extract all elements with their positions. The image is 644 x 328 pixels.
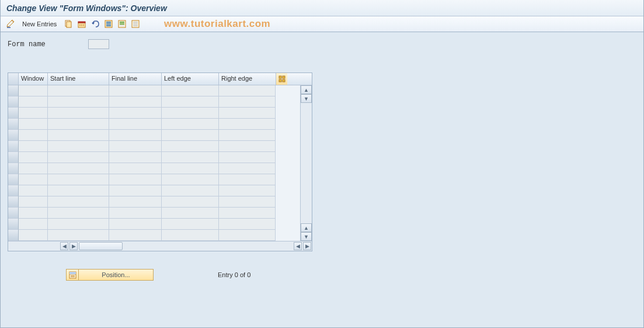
column-header-left-edge[interactable]: Left edge xyxy=(162,73,219,85)
cell-right-edge[interactable] xyxy=(219,219,276,230)
deselect-all-icon[interactable] xyxy=(130,19,141,29)
scroll-up-button-2[interactable]: ▼ xyxy=(301,94,312,103)
cell-start-line[interactable] xyxy=(48,163,109,174)
cell-left-edge[interactable] xyxy=(162,230,219,241)
cell-window[interactable] xyxy=(19,208,48,219)
cell-final-line[interactable] xyxy=(109,196,162,208)
cell-right-edge[interactable] xyxy=(219,174,276,185)
cell-start-line[interactable] xyxy=(48,130,109,141)
cell-start-line[interactable] xyxy=(48,230,109,241)
position-button[interactable]: Position... xyxy=(66,269,154,281)
cell-right-edge[interactable] xyxy=(219,141,276,152)
cell-final-line[interactable] xyxy=(109,130,162,141)
cell-final-line[interactable] xyxy=(109,152,162,163)
scroll-up-button[interactable]: ▲ xyxy=(301,85,312,94)
cell-left-edge[interactable] xyxy=(162,196,219,208)
cell-start-line[interactable] xyxy=(48,196,109,208)
select-all-icon[interactable] xyxy=(103,19,114,29)
cell-left-edge[interactable] xyxy=(162,119,219,130)
cell-right-edge[interactable] xyxy=(219,185,276,196)
cell-left-edge[interactable] xyxy=(162,96,219,108)
delete-icon[interactable] xyxy=(76,19,87,29)
form-name-input[interactable] xyxy=(88,39,109,49)
cell-start-line[interactable] xyxy=(48,85,109,96)
column-header-right-edge[interactable]: Right edge xyxy=(219,73,276,85)
column-selector[interactable] xyxy=(8,73,19,85)
row-selector[interactable] xyxy=(8,185,19,196)
scroll-left-button-2[interactable]: ▶ xyxy=(69,242,78,250)
cell-start-line[interactable] xyxy=(48,219,109,230)
cell-window[interactable] xyxy=(19,96,48,108)
toggle-display-change-icon[interactable] xyxy=(5,19,16,29)
scroll-thumb[interactable] xyxy=(79,242,123,250)
row-selector[interactable] xyxy=(8,230,19,241)
cell-final-line[interactable] xyxy=(109,219,162,230)
cell-start-line[interactable] xyxy=(48,119,109,130)
cell-start-line[interactable] xyxy=(48,174,109,185)
undo-change-icon[interactable] xyxy=(90,19,100,29)
row-selector[interactable] xyxy=(8,141,19,152)
row-selector[interactable] xyxy=(8,96,19,108)
cell-final-line[interactable] xyxy=(109,208,162,219)
row-selector[interactable] xyxy=(8,208,19,219)
cell-start-line[interactable] xyxy=(48,185,109,196)
horizontal-scrollbar[interactable]: ◀ ▶ ◀ ▶ xyxy=(8,241,312,251)
cell-right-edge[interactable] xyxy=(219,119,276,130)
row-selector[interactable] xyxy=(8,119,19,130)
cell-final-line[interactable] xyxy=(109,96,162,108)
cell-left-edge[interactable] xyxy=(162,208,219,219)
cell-right-edge[interactable] xyxy=(219,130,276,141)
cell-right-edge[interactable] xyxy=(219,152,276,163)
cell-final-line[interactable] xyxy=(109,185,162,196)
cell-window[interactable] xyxy=(19,152,48,163)
cell-final-line[interactable] xyxy=(109,230,162,241)
cell-final-line[interactable] xyxy=(109,174,162,185)
row-selector[interactable] xyxy=(8,196,19,208)
vertical-scrollbar[interactable]: ▲ ▼ ▲ ▼ xyxy=(300,85,312,241)
cell-left-edge[interactable] xyxy=(162,185,219,196)
cell-window[interactable] xyxy=(19,85,48,96)
cell-left-edge[interactable] xyxy=(162,163,219,174)
copy-as-icon[interactable] xyxy=(63,19,74,29)
cell-window[interactable] xyxy=(19,174,48,185)
row-selector[interactable] xyxy=(8,152,19,163)
cell-left-edge[interactable] xyxy=(162,108,219,119)
cell-left-edge[interactable] xyxy=(162,219,219,230)
column-header-final-line[interactable]: Final line xyxy=(109,73,162,85)
cell-left-edge[interactable] xyxy=(162,152,219,163)
new-entries-button[interactable]: New Entries xyxy=(19,19,60,29)
row-selector[interactable] xyxy=(8,219,19,230)
scroll-right-button-2[interactable]: ◀ xyxy=(294,242,302,250)
cell-start-line[interactable] xyxy=(48,208,109,219)
cell-right-edge[interactable] xyxy=(219,108,276,119)
cell-final-line[interactable] xyxy=(109,119,162,130)
cell-left-edge[interactable] xyxy=(162,174,219,185)
scroll-right-button[interactable]: ▶ xyxy=(303,242,311,250)
cell-final-line[interactable] xyxy=(109,163,162,174)
row-selector[interactable] xyxy=(8,108,19,119)
cell-window[interactable] xyxy=(19,196,48,208)
scroll-left-button[interactable]: ◀ xyxy=(60,242,68,250)
cell-right-edge[interactable] xyxy=(219,208,276,219)
cell-final-line[interactable] xyxy=(109,141,162,152)
cell-right-edge[interactable] xyxy=(219,196,276,208)
cell-window[interactable] xyxy=(19,163,48,174)
column-header-window[interactable]: Window xyxy=(19,73,48,85)
row-selector[interactable] xyxy=(8,174,19,185)
cell-window[interactable] xyxy=(19,130,48,141)
cell-start-line[interactable] xyxy=(48,141,109,152)
cell-window[interactable] xyxy=(19,141,48,152)
cell-right-edge[interactable] xyxy=(219,85,276,96)
cell-start-line[interactable] xyxy=(48,152,109,163)
cell-final-line[interactable] xyxy=(109,85,162,96)
cell-window[interactable] xyxy=(19,219,48,230)
cell-start-line[interactable] xyxy=(48,96,109,108)
cell-window[interactable] xyxy=(19,119,48,130)
cell-left-edge[interactable] xyxy=(162,85,219,96)
cell-start-line[interactable] xyxy=(48,108,109,119)
scroll-down-button-2[interactable]: ▲ xyxy=(301,223,312,232)
row-selector[interactable] xyxy=(8,85,19,96)
row-selector[interactable] xyxy=(8,130,19,141)
cell-right-edge[interactable] xyxy=(219,163,276,174)
table-settings-icon[interactable] xyxy=(276,73,287,85)
